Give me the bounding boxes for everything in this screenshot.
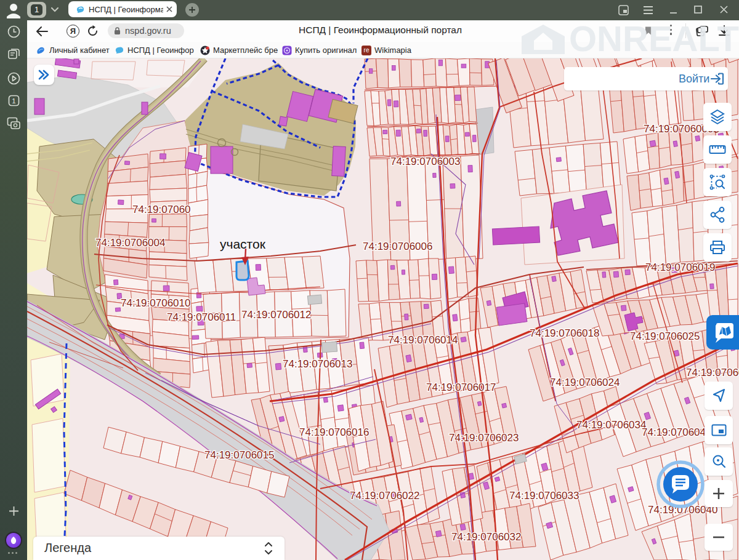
svg-text:74:19:0706006: 74:19:0706006: [363, 241, 432, 252]
svg-text:74:19:0706012: 74:19:0706012: [241, 309, 311, 321]
svg-text:74:19:070604: 74:19:070604: [642, 426, 706, 438]
svg-text:74:19:0706022: 74:19:0706022: [350, 490, 419, 502]
svg-text:74:19:0706023: 74:19:0706023: [449, 432, 519, 444]
svg-text:74:19:0706016: 74:19:0706016: [299, 426, 369, 438]
svg-text:74:19:0706018: 74:19:0706018: [530, 327, 599, 339]
svg-text:1: 1: [12, 97, 15, 105]
svg-text:74:19:0706004: 74:19:0706004: [95, 237, 165, 249]
svg-text:74:19:0706003: 74:19:0706003: [390, 156, 460, 167]
svg-text:74:19:07060: 74:19:07060: [132, 204, 191, 215]
svg-text:74:19:0706019: 74:19:0706019: [645, 262, 715, 273]
svg-text:74:19:07060: 74:19:07060: [686, 367, 739, 378]
svg-text:74:19:0706025: 74:19:0706025: [630, 330, 700, 342]
svg-text:74:19:0706013: 74:19:0706013: [283, 358, 352, 370]
svg-text:74:19:0706014: 74:19:0706014: [388, 334, 458, 346]
svg-text:74:19:0706017: 74:19:0706017: [426, 382, 496, 393]
svg-text:74:19:0706032: 74:19:0706032: [451, 531, 521, 543]
svg-text:74:19:0706015: 74:19:0706015: [204, 449, 274, 461]
svg-text:74:19:0706033: 74:19:0706033: [509, 490, 579, 502]
svg-text:74:19:0706010: 74:19:0706010: [121, 297, 190, 309]
svg-text:74:19:0706024: 74:19:0706024: [550, 377, 620, 388]
svg-text:74:19:0706011: 74:19:0706011: [167, 311, 236, 323]
svg-text:74:19:0706034: 74:19:0706034: [576, 419, 646, 431]
svg-text:участок: участок: [220, 237, 266, 251]
